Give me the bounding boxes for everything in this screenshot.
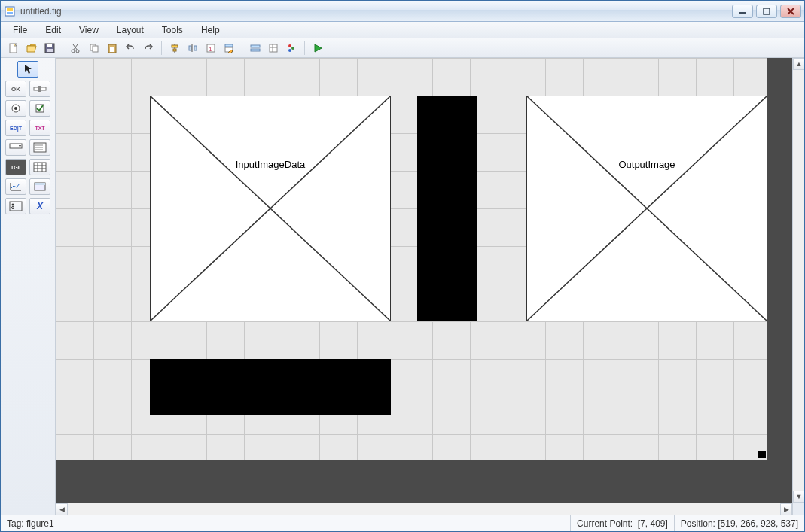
current-point-label: Current Point: [577,518,633,529]
work-area: OK ED|T TXT TGL X [1,58,804,515]
axes-tool[interactable] [5,178,26,195]
menu-layout[interactable]: Layout [109,23,151,37]
svg-rect-0 [5,7,14,16]
separator [242,41,242,55]
scroll-track[interactable] [793,70,804,491]
canvas-viewport[interactable]: InputImageData OutputImage [56,58,792,503]
scroll-left-icon[interactable]: ◀ [56,503,68,515]
axes-inputimagedata[interactable]: InputImageData [150,96,391,321]
svg-rect-1 [7,8,13,11]
table-tool[interactable] [29,159,50,175]
separator [63,41,63,55]
separator [304,41,305,55]
popupmenu-tool[interactable] [5,139,26,156]
uicontrol-black-1[interactable] [417,96,477,321]
minimize-button[interactable] [732,5,753,18]
svg-rect-55 [35,183,45,185]
svg-rect-23 [194,46,197,50]
window-titlebar: untitled.fig [1,1,804,22]
svg-point-57 [12,204,14,206]
svg-rect-49 [34,163,46,172]
svg-rect-31 [270,44,277,52]
svg-point-58 [12,207,14,209]
status-position: Position: [519, 266, 928, 537] [674,515,804,531]
status-bar: Tag: figure1 Current Point: [7, 409] Pos… [1,515,804,531]
svg-point-35 [291,47,294,50]
app-icon [4,5,16,17]
pushbutton-tool[interactable]: OK [5,81,26,97]
svg-rect-22 [189,46,191,50]
distribute-icon[interactable] [184,41,201,56]
vertical-scrollbar[interactable]: ▲ ▼ [792,58,804,503]
design-offcanvas-right [767,58,792,503]
panel-tool[interactable] [29,178,50,195]
axes-outputimage[interactable]: OutputImage [526,96,767,321]
open-file-icon[interactable] [23,41,40,56]
design-surface[interactable]: InputImageData OutputImage [56,58,792,503]
paste-icon[interactable] [104,41,120,56]
object-browser-icon[interactable] [283,41,300,56]
svg-rect-20 [172,45,178,47]
horizontal-scrollbar[interactable]: ◀ ▶ [56,503,792,515]
edit-tool[interactable]: ED|T [5,120,26,136]
svg-point-41 [14,107,17,110]
text-tool[interactable]: TXT [29,120,50,136]
separator [161,41,162,55]
svg-marker-37 [315,44,322,52]
axes-label: OutputImage [527,159,767,170]
listbox-tool[interactable] [29,139,50,156]
design-offcanvas-bottom [56,460,792,503]
svg-rect-10 [47,44,52,47]
new-file-icon[interactable] [5,41,22,56]
current-point-value: [7, 409] [638,518,668,529]
svg-rect-16 [93,46,98,52]
maximize-button[interactable] [756,5,777,18]
buttongroup-tool[interactable] [5,198,26,214]
scroll-down-icon[interactable]: ▼ [793,491,804,503]
svg-rect-39 [38,86,41,92]
scroll-track[interactable] [68,503,780,515]
menu-file[interactable]: File [5,23,35,37]
axes-label: InputImageData [151,159,390,170]
position-label: Position: [681,518,715,529]
window-controls [732,5,801,18]
toolbar-editor-icon[interactable] [247,41,264,56]
svg-rect-2 [7,12,13,14]
checkbox-tool[interactable] [29,100,50,117]
togglebutton-tool[interactable]: TGL [5,159,26,175]
close-button[interactable] [780,5,801,18]
align-icon[interactable] [166,41,183,56]
menu-help[interactable]: Help [194,23,227,37]
radiobutton-tool[interactable] [5,100,26,117]
uicontrol-black-2[interactable] [150,359,391,415]
copy-icon[interactable] [86,41,102,56]
select-tool[interactable] [17,61,38,78]
save-file-icon[interactable] [41,41,58,56]
menu-bar: File Edit View Layout Tools Help [1,22,804,38]
status-current-point: Current Point: [7, 409] [570,515,674,531]
activex-tool[interactable]: X [29,198,50,214]
svg-rect-30 [251,49,260,51]
figure-resize-handle[interactable] [758,451,766,458]
cut-icon[interactable] [68,41,84,56]
scroll-up-icon[interactable]: ▲ [793,58,804,70]
component-palette: OK ED|T TXT TGL X [1,58,56,515]
svg-rect-56 [10,202,22,211]
scroll-right-icon[interactable]: ▶ [780,503,792,515]
property-inspector-icon[interactable] [265,41,282,56]
menu-view[interactable]: View [72,23,106,37]
tab-order-icon[interactable]: 1 [203,41,219,56]
run-figure-icon[interactable] [309,41,326,56]
menu-edit[interactable]: Edit [38,23,69,37]
svg-point-34 [288,44,291,47]
svg-rect-4 [764,8,770,14]
redo-icon[interactable] [140,41,157,56]
menu-editor-icon[interactable] [221,41,237,56]
position-value: [519, 266, 928, 537] [718,518,798,529]
undo-icon[interactable] [122,41,139,56]
scrollbar-corner [792,503,804,515]
svg-rect-27 [225,44,233,47]
canvas-area: InputImageData OutputImage ▲ ▼ ◀ ▶ [56,58,804,515]
slider-tool[interactable] [29,81,50,97]
menu-tools[interactable]: Tools [154,23,191,37]
